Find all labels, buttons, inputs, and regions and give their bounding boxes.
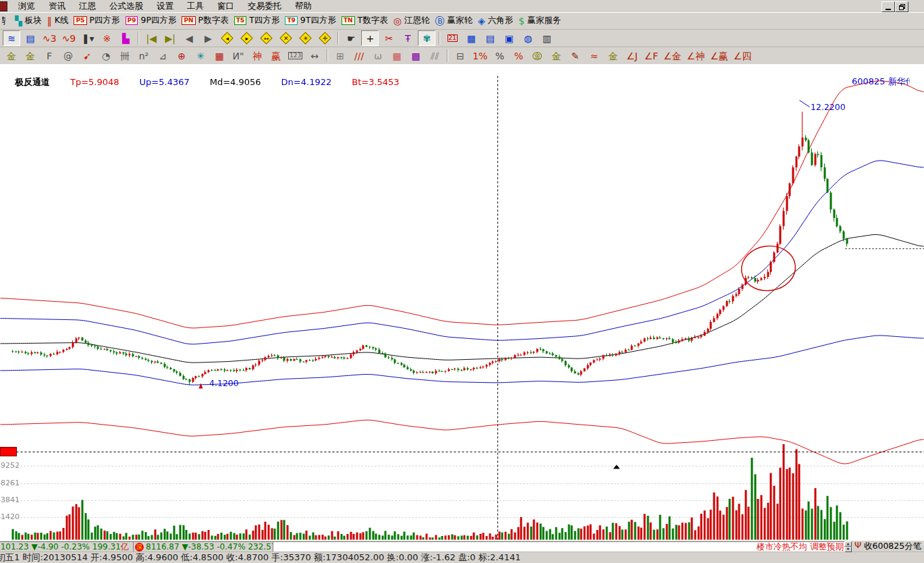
sh-index-quote: 2101.23 ▼-4.90 -0.23% 199.31 (0, 542, 121, 552)
spin-up-icon[interactable]: ▲ (844, 541, 852, 547)
volume-tick: 9252 (1, 461, 20, 470)
volume-tick: 8261 (1, 479, 20, 487)
shenzhen-market-icon: 深 (135, 543, 144, 552)
volume-tick: 1420 (1, 512, 20, 521)
news-ticker-text: 楼市冷热不均 调整预期 (757, 541, 844, 552)
peak-price-annotation: 12.2200 (811, 102, 846, 112)
news-spinner[interactable]: ▲ ▼ (844, 541, 852, 550)
indicator-value-0: Tp=5.9048 (70, 77, 119, 87)
volume-tick: 3841 (1, 495, 20, 504)
spin-down-icon[interactable]: ▼ (844, 547, 852, 552)
news-ticker[interactable]: 楼市冷热不均 调整预期 (273, 541, 846, 552)
tick-receive-status: 收600825分笔 (864, 541, 921, 552)
trough-price-annotation: 4.1200 (209, 378, 239, 388)
ohlc-info-bar: 初五1 时间:20130514 开:4.9500 高:4.9600 低:4.85… (0, 552, 924, 563)
data-feed-antenna-icon: Ψ (854, 540, 861, 550)
status-bar: 2101.23 ▼-4.90 -0.23% 199.31亿 深 8116.87 … (0, 540, 924, 552)
indicator-value-3: Dn=4.1922 (281, 77, 332, 87)
indicator-value-2: Md=4.9056 (210, 77, 261, 87)
stock-code-label: 600825 新华传媒 (852, 76, 910, 88)
index-panel-sh: 2101.23 ▼-4.90 -0.23% 199.31亿 (0, 541, 134, 552)
trading-app-window: 浏览资讯江恩公式选股设置工具窗口交易委托帮助 情 ▚板块‖K线PSP四方形P99… (0, 0, 924, 563)
ohlc-info-text: 初五1 时间:20130514 开:4.9500 高:4.9600 低:4.85… (0, 552, 924, 563)
sh-index-unit: 亿 (121, 541, 129, 552)
index-panel-sz: 深 8116.87 ▼-38.53 -0.47% 232.57亿 (133, 541, 273, 552)
indicator-name: 极反通道 (15, 77, 50, 87)
indicator-value-4: Bt=3.5453 (352, 77, 399, 87)
sz-index-quote: 8116.87 ▼-38.53 -0.47% 232.57 (146, 542, 273, 552)
indicator-value-1: Up=5.4367 (140, 77, 190, 87)
indicator-readout: 极反通道Tp=5.9048Up=5.4367Md=4.9056Dn=4.1922… (15, 76, 420, 88)
